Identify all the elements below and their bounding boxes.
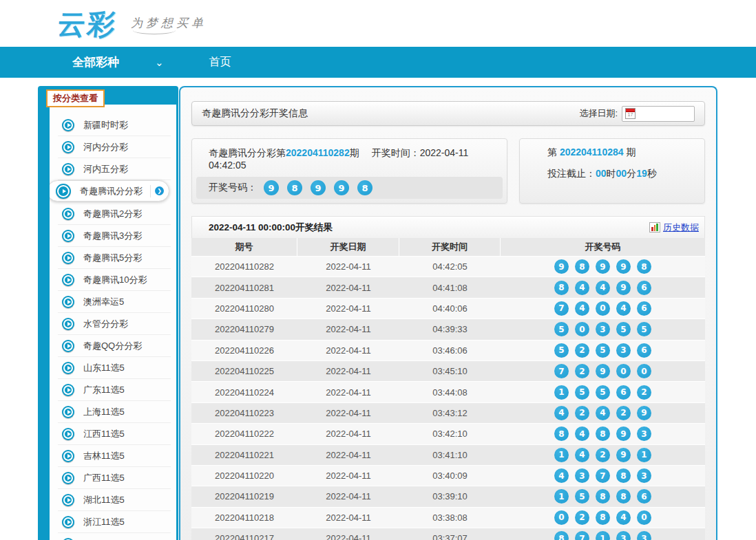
- cell-date: 2022-04-11: [297, 303, 399, 314]
- play-circle-icon: [62, 384, 74, 396]
- lottery-ball: 6: [637, 281, 651, 295]
- main-panel: 奇趣腾讯分分彩开奖信息 选择日期: 17 奇趣腾讯分分彩第20220411028…: [179, 86, 717, 540]
- play-circle-icon: [62, 208, 74, 220]
- play-circle-icon: [62, 406, 74, 418]
- chevron-down-icon[interactable]: ⌄: [155, 59, 164, 66]
- lottery-ball: 8: [554, 426, 569, 441]
- sidebar-item[interactable]: 上海11选5: [50, 401, 176, 423]
- sidebar-item[interactable]: 山东11选5: [50, 357, 176, 379]
- lottery-ball: 3: [616, 531, 631, 540]
- play-circle-icon: [62, 428, 74, 440]
- lottery-ball: 5: [616, 322, 631, 336]
- play-circle-icon: [62, 516, 74, 528]
- lottery-ball: 2: [575, 364, 589, 378]
- lottery-ball: 3: [637, 531, 651, 540]
- current-numbers-strip: 开奖号码： 98998: [196, 177, 503, 199]
- lottery-ball: 0: [575, 322, 589, 336]
- lottery-ball: 4: [616, 301, 631, 316]
- cell-time: 03:41:10: [399, 450, 501, 460]
- sidebar-item-label: 河内分分彩: [83, 141, 128, 153]
- date-input[interactable]: 17: [622, 106, 695, 122]
- cell-numbers: 15562: [501, 385, 705, 400]
- lottery-ball: 8: [616, 468, 631, 483]
- table-row: 202204110221 2022-04-11 03:41:10 14291: [191, 444, 705, 465]
- lottery-ball: 4: [575, 426, 589, 441]
- cell-time: 03:38:08: [399, 512, 501, 523]
- sidebar-item[interactable]: 奇趣QQ分分彩: [50, 335, 176, 357]
- nav-all-lotteries[interactable]: 全部彩种: [72, 54, 119, 70]
- lottery-ball: 8: [616, 489, 631, 504]
- play-circle-icon: [62, 296, 74, 308]
- lottery-ball: 5: [596, 385, 610, 400]
- lottery-ball: 5: [575, 385, 589, 400]
- sidebar-item[interactable]: 澳洲幸运5: [50, 291, 176, 313]
- sidebar-item[interactable]: 奇趣腾讯2分彩: [50, 203, 176, 225]
- cell-numbers: 15886: [501, 489, 705, 504]
- calendar-icon[interactable]: 17: [625, 108, 636, 119]
- sidebar-item[interactable]: 江西11选5: [50, 423, 176, 445]
- sidebar-item[interactable]: 河内分分彩: [50, 136, 176, 158]
- cell-issue: 202204110279: [191, 324, 297, 334]
- history-data-link-area[interactable]: 历史数据: [649, 222, 699, 234]
- arrow-right-icon[interactable]: ❯: [155, 186, 164, 195]
- cell-time: 04:39:33: [399, 324, 501, 334]
- column-header-numbers: 开奖号码: [501, 238, 705, 256]
- play-circle-icon: [62, 472, 74, 484]
- lottery-ball: 2: [575, 406, 589, 420]
- cell-issue: 202204110282: [191, 261, 297, 272]
- sidebar-item[interactable]: 奇趣腾讯5分彩: [50, 247, 176, 269]
- lottery-ball: 4: [616, 510, 631, 525]
- cell-date: 2022-04-11: [297, 450, 399, 460]
- sidebar-item-label: 奇趣腾讯3分彩: [83, 230, 142, 242]
- lottery-ball: 3: [637, 468, 651, 483]
- sidebar-item[interactable]: 新疆时时彩: [50, 114, 176, 136]
- sidebar-item[interactable]: 河内五分彩: [50, 158, 176, 180]
- sidebar-item[interactable]: 吉林11选5: [50, 445, 176, 467]
- countdown-seconds: 19: [636, 168, 647, 179]
- hours-unit: 时: [607, 168, 616, 179]
- play-circle-icon: [62, 274, 74, 286]
- results-heading: 2022-04-11 00:00:00开奖结果: [209, 222, 333, 234]
- sidebar-item[interactable]: 广东11选5: [50, 379, 176, 401]
- sidebar-item[interactable]: 水管分分彩: [50, 313, 176, 335]
- sidebar-item[interactable]: 奇趣腾讯10分彩: [50, 269, 176, 291]
- lottery-ball: 5: [637, 322, 651, 336]
- lottery-ball: 1: [637, 448, 651, 462]
- lottery-ball: 3: [616, 343, 631, 358]
- table-row: 202204110280 2022-04-11 04:40:06 74046: [191, 298, 705, 318]
- sidebar-item[interactable]: 奇趣腾讯分分彩 ❯: [50, 180, 169, 202]
- table-row: 202204110224 2022-04-11 03:44:08 15562: [191, 381, 705, 402]
- cell-numbers: 84893: [501, 426, 705, 441]
- minutes-unit: 分: [627, 168, 636, 179]
- sidebar-item[interactable]: [50, 533, 176, 540]
- sidebar-item-label: 湖北11选5: [83, 494, 125, 506]
- play-circle-icon: [62, 163, 74, 175]
- lottery-ball: 0: [637, 510, 651, 525]
- next-draw-box: 第 202204110284 期 投注截止：00时00分19秒: [519, 138, 705, 204]
- lottery-ball: 9: [596, 364, 610, 378]
- play-circle-icon: [62, 494, 74, 506]
- cell-date: 2022-04-11: [297, 429, 399, 439]
- cell-issue: 202204110219: [191, 491, 297, 501]
- lottery-ball: 0: [637, 364, 651, 378]
- lottery-ball: 9: [616, 259, 631, 274]
- cell-numbers: 98998: [501, 259, 705, 274]
- lottery-ball: 4: [554, 406, 569, 420]
- cell-issue: 202204110220: [191, 471, 297, 481]
- countdown-minutes: 00: [616, 168, 627, 179]
- sidebar-item[interactable]: 广西11选5: [50, 467, 176, 489]
- cell-date: 2022-04-11: [297, 261, 399, 272]
- sidebar-item[interactable]: 奇趣腾讯3分彩: [50, 225, 176, 247]
- site-logo[interactable]: 云彩: [56, 6, 119, 43]
- cell-time: 03:44:08: [399, 387, 501, 398]
- history-data-link[interactable]: 历史数据: [663, 222, 699, 234]
- sidebar-item[interactable]: 浙江11选5: [50, 511, 176, 533]
- current-balls: 98998: [264, 180, 381, 195]
- sidebar-item[interactable]: 湖北11选5: [50, 489, 176, 511]
- cell-numbers: 14291: [501, 448, 705, 462]
- lottery-ball: 8: [596, 426, 610, 441]
- next-prefix: 第: [547, 147, 557, 158]
- nav-home[interactable]: 首页: [209, 55, 231, 69]
- lottery-ball: 8: [357, 180, 372, 195]
- sidebar-item-label: 河内五分彩: [83, 163, 128, 175]
